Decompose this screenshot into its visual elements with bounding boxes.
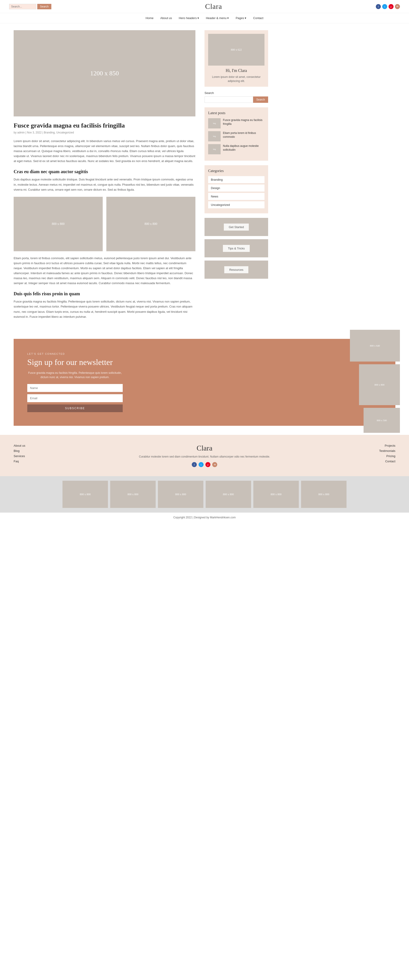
newsletter-tag: LET'S GET CONNECTED — [27, 352, 123, 355]
footer-link-blog[interactable]: Blog — [14, 449, 41, 453]
post-thumb-3: img — [208, 144, 220, 154]
footer-link-pricing[interactable]: Pricing — [368, 454, 395, 458]
category-design[interactable]: Design — [208, 185, 265, 192]
article-para-3: Etiam porta, lorem id finibus commodo, e… — [14, 256, 195, 286]
newsletter-submit-button[interactable]: SUBSCRIBE — [27, 404, 123, 412]
sidebar-search-row: Search — [204, 97, 268, 103]
footer-logo: Clara — [50, 444, 359, 452]
article-para-2: Duis dapibus augue molestie sollicitudin… — [14, 177, 195, 192]
resources-button[interactable]: Resources — [224, 266, 248, 273]
footer-link-services[interactable]: Services — [14, 454, 41, 458]
footer-social-icons: f t p ✉ — [50, 462, 359, 467]
sidebar-search-button[interactable]: Search — [253, 97, 268, 103]
gallery-item-3: 800 x 800 — [158, 481, 203, 508]
twitter-icon[interactable]: t — [382, 4, 387, 9]
sidebar-search-label: Search — [204, 91, 268, 95]
header-search-form: Search — [9, 4, 51, 9]
nav-contact[interactable]: Contact — [253, 16, 264, 20]
social-icons: f t p ✉ — [376, 4, 400, 9]
facebook-icon[interactable]: f — [376, 4, 381, 9]
pinterest-icon[interactable]: p — [388, 4, 393, 9]
gallery-item-4: 800 x 800 — [206, 481, 251, 508]
newsletter-image-1: 800 x 640 — [350, 330, 400, 361]
list-item: img Nulla dapibus augue molestie sollici… — [208, 144, 265, 154]
footer: About us Blog Services Faq Clara Curabit… — [0, 435, 409, 476]
categories-title: Categories — [208, 169, 265, 173]
category-uncategorized[interactable]: Uncategorized — [208, 201, 265, 208]
article-image-1: 800 x 800 — [14, 197, 103, 251]
article-para-4: Fusce gravida magna eu facilisis fringil… — [14, 299, 195, 319]
footer-link-testimonials[interactable]: Testimonials — [368, 449, 395, 453]
nav-home[interactable]: Home — [145, 16, 153, 20]
footer-link-about[interactable]: About us — [14, 444, 41, 447]
profile-name: Hi, I'm Clara — [208, 68, 265, 73]
newsletter-wrapper: LET'S GET CONNECTED Sign up for our news… — [14, 339, 395, 426]
get-started-button[interactable]: Get Started — [224, 224, 249, 231]
post-title-3[interactable]: Nulla dapibus augue molestie sollicitudi… — [223, 144, 265, 152]
footer-right-links: Projects Testimonials Pricing Contact — [368, 444, 395, 465]
gallery-item-1: 800 x 800 — [62, 481, 108, 508]
footer-description: Curabitur molestie lorem sed diam condim… — [50, 455, 359, 459]
article-images: 800 x 800 800 x 800 — [14, 197, 195, 251]
main-navigation: Home About us Hero headers ▾ Header & me… — [0, 13, 409, 23]
tips-tricks-button[interactable]: Tips & Tricks — [223, 245, 250, 252]
post-thumb-2: img — [208, 131, 220, 142]
sidebar-search-input[interactable] — [204, 97, 253, 103]
footer-facebook-icon[interactable]: f — [192, 462, 197, 467]
footer-pinterest-icon[interactable]: p — [205, 462, 211, 467]
latest-posts-section: Latest posts img Fusce gravida magna eu … — [204, 107, 268, 161]
gallery-item-5: 800 x 800 — [253, 481, 299, 508]
sidebar-search: Search Search — [204, 91, 268, 103]
category-news[interactable]: News — [208, 193, 265, 200]
latest-posts-title: Latest posts — [208, 111, 265, 115]
page-wrapper: 1200 x 850 Fusce gravida magna eu facili… — [0, 23, 409, 522]
header-search-input[interactable] — [9, 4, 36, 9]
nav-pages[interactable]: Pages ▾ — [236, 16, 246, 20]
profile-card: 800 x 622 Hi, I'm Clara Lorem ipsum dolo… — [204, 30, 268, 87]
footer-link-projects[interactable]: Projects — [368, 444, 395, 447]
list-item: img Fusce gravida magna eu facilisis fri… — [208, 118, 265, 129]
content-area: 1200 x 850 Fusce gravida magna eu facili… — [0, 23, 409, 330]
article-heading-3: Duis quis felis risus proin in quam — [14, 291, 195, 296]
newsletter-image-2: 800 x 800 — [359, 364, 400, 405]
sidebar: 800 x 622 Hi, I'm Clara Lorem ipsum dolo… — [204, 30, 268, 282]
newsletter-name-input[interactable] — [27, 384, 123, 392]
footer-email-icon[interactable]: ✉ — [212, 462, 217, 467]
newsletter-image-3: 800 x 500 — [364, 408, 400, 433]
nav-about[interactable]: About us — [160, 16, 172, 20]
site-logo[interactable]: Clara — [205, 2, 222, 11]
article-para-1: Lorem ipsum dolor sit amet, consectetur … — [14, 139, 195, 164]
article-heading-2: Cras eu diam nec quam auctor sagittis — [14, 169, 195, 174]
gallery-item-2: 800 x 800 — [110, 481, 156, 508]
category-branding[interactable]: Branding — [208, 176, 265, 183]
header-search-button[interactable]: Search — [37, 4, 51, 9]
email-icon[interactable]: ✉ — [395, 4, 400, 9]
top-bar: Search Clara f t p ✉ — [0, 0, 409, 13]
newsletter-title: Sign up for our newsletter — [27, 358, 123, 367]
nav-hero-headers[interactable]: Hero headers ▾ — [179, 16, 199, 20]
categories-section: Categories Branding Design News Uncatego… — [204, 165, 268, 213]
bottom-gallery: 800 x 800 800 x 800 800 x 800 800 x 800 … — [0, 476, 409, 512]
post-title-2[interactable]: Etiam porta lorem id finibus commodo — [223, 131, 265, 139]
list-item: img Etiam porta lorem id finibus commodo — [208, 131, 265, 142]
profile-description: Lorem ipsum dolor sit amet, consectetur … — [208, 75, 265, 83]
footer-twitter-icon[interactable]: t — [198, 462, 204, 467]
article-meta: by admin | Nov 3, 2022 | Branding, Uncat… — [14, 131, 195, 134]
newsletter-section: LET'S GET CONNECTED Sign up for our news… — [14, 339, 395, 426]
nav-header-menu[interactable]: Header & menu ▾ — [206, 16, 229, 20]
newsletter-images: 800 x 640 800 x 800 800 x 500 — [350, 330, 400, 433]
post-title-1[interactable]: Fusce gravida magna eu facilisis fringil… — [223, 118, 265, 126]
copyright-text: Copyright 2022 | Designed by MarkHendrik… — [173, 516, 236, 519]
post-thumb-1: img — [208, 118, 220, 129]
footer-link-faq[interactable]: Faq — [14, 460, 41, 463]
newsletter-content: LET'S GET CONNECTED Sign up for our news… — [27, 352, 123, 412]
gallery-item-6: 800 x 800 — [301, 481, 347, 508]
sidebar-cta-resources: Resources — [204, 261, 268, 279]
footer-link-contact[interactable]: Contact — [368, 460, 395, 463]
newsletter-email-input[interactable] — [27, 394, 123, 402]
profile-image: 800 x 622 — [208, 34, 265, 65]
article-title: Fusce gravida magna eu facilisis fringil… — [14, 122, 195, 129]
footer-left-links: About us Blog Services Faq — [14, 444, 41, 465]
article-image-2: 800 x 800 — [106, 197, 195, 251]
copyright-bar: Copyright 2022 | Designed by MarkHendrik… — [0, 512, 409, 522]
